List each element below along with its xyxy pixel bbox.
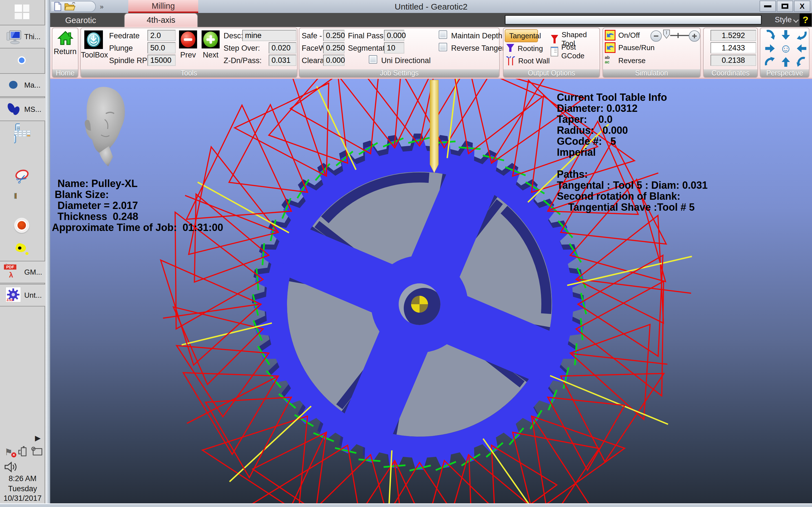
- sidebar-item-shape-app[interactable]: [0, 238, 45, 261]
- network-icon[interactable]: [33, 448, 42, 455]
- desc-input[interactable]: mine: [242, 30, 296, 41]
- maximize-icon: [781, 4, 788, 9]
- root-wall-button[interactable]: Root Wall: [506, 56, 550, 66]
- tangental-button[interactable]: Tangental: [505, 29, 538, 42]
- sidebar-item-pdf[interactable]: PDFλ GM...: [0, 261, 45, 283]
- spindle-rpm-input[interactable]: 15000: [147, 55, 175, 66]
- notepad-icon: [14, 193, 31, 210]
- tool-table-info-text: Current Tool Table Info Diameter: 0.0312…: [557, 92, 708, 213]
- group-perspective: ☺ Perspective: [760, 27, 809, 78]
- reverse-button[interactable]: abac Reverse: [605, 55, 646, 66]
- segmentation-input[interactable]: 10: [384, 42, 404, 54]
- close-button[interactable]: X: [794, 1, 810, 12]
- facewidth-input[interactable]: 0.250: [323, 42, 345, 54]
- next-button[interactable]: [202, 31, 220, 48]
- gearotic-window: » Milling Untitled - Gearotic2 X Gearoti…: [50, 0, 812, 503]
- clearance-input[interactable]: 0.000: [323, 55, 345, 66]
- maintain-depth-checkbox[interactable]: [439, 31, 447, 39]
- uni-directional-checkbox[interactable]: [369, 55, 377, 64]
- post-gcode-button[interactable]: Post GCode: [550, 43, 599, 60]
- pause-run-icon: [605, 42, 615, 53]
- window-title: Untitled - Gearotic2: [50, 2, 812, 11]
- final-pass-input[interactable]: 0.000: [384, 30, 404, 41]
- zoom-out-button[interactable]: [651, 31, 662, 42]
- tab-4th-axis[interactable]: 4th-axis: [124, 13, 198, 27]
- clock-date: 10/31/2017: [0, 494, 45, 503]
- rotate-curve-icon[interactable]: [794, 28, 809, 42]
- coordinate-x-value[interactable]: 1.5292: [711, 30, 756, 41]
- rotate-curve-icon[interactable]: [762, 55, 778, 69]
- toolbox-button[interactable]: [84, 31, 103, 49]
- style-label[interactable]: Style: [775, 15, 792, 24]
- sidebar-item-recorder[interactable]: [0, 214, 45, 238]
- coordinate-y-value[interactable]: 1.2433: [711, 42, 756, 54]
- safe-z-input[interactable]: 0.250: [323, 30, 345, 41]
- tab-gearotic[interactable]: Gearotic: [58, 14, 103, 26]
- feedrate-label: Feedrate: [109, 32, 140, 40]
- reverse-tangent-checkbox[interactable]: [439, 43, 447, 51]
- toolbox-icon: [86, 32, 102, 48]
- slider-pointer-icon[interactable]: [663, 29, 670, 39]
- reset-view-button[interactable]: ☺: [778, 42, 794, 55]
- action-center-icon[interactable]: ⚑✕: [4, 447, 15, 457]
- sidebar-item-notepad[interactable]: [0, 190, 45, 214]
- arrow-up-icon[interactable]: [778, 55, 794, 69]
- plunge-input[interactable]: 50.0: [147, 42, 175, 54]
- feedrate-input[interactable]: 2.0: [147, 30, 175, 41]
- arrow-down-icon[interactable]: [778, 28, 794, 42]
- blank-info-text: Name: Pulley-XL Blank Size: Diameter = 2…: [52, 178, 223, 233]
- rooting-label: Rooting: [518, 44, 543, 53]
- rooting-button[interactable]: Rooting: [506, 43, 543, 54]
- firefox-icon: [6, 77, 22, 93]
- root-wall-label: Root Wall: [518, 57, 550, 65]
- group-label-job-settings: Job Settings: [299, 69, 499, 77]
- coordinate-z-value[interactable]: 0.2138: [711, 55, 756, 66]
- help-button[interactable]: ?: [800, 13, 811, 26]
- group-label-simulation: Simulation: [603, 69, 700, 77]
- windows-logo-icon: [14, 4, 31, 20]
- sidebar-item-firefox[interactable]: Ma...: [0, 73, 45, 97]
- plunge-label: Plunge: [109, 44, 133, 53]
- slider-track[interactable]: [670, 35, 690, 36]
- return-button[interactable]: [57, 30, 73, 46]
- minimize-button[interactable]: [760, 1, 776, 12]
- sidebar-item-chrome[interactable]: [0, 49, 45, 73]
- ribbon-tab-strip: Gearotic 4th-axis Style ?: [50, 13, 812, 27]
- chrome-icon: [14, 53, 31, 69]
- rotate-curve-icon[interactable]: [794, 55, 809, 69]
- battery-icon[interactable]: [21, 447, 27, 456]
- sidebar-item-calculator[interactable]: 0: [0, 122, 45, 145]
- next-icon: [203, 32, 218, 47]
- reverse-label: Reverse: [618, 56, 646, 65]
- return-label: Return: [52, 47, 78, 56]
- sidebar-item-snipping-tool[interactable]: ✂: [0, 166, 45, 189]
- speaker-icon[interactable]: [4, 461, 17, 473]
- maximize-button[interactable]: [777, 1, 793, 12]
- sidebar-item-label: Unt...: [24, 291, 42, 300]
- chevron-down-icon[interactable]: [793, 17, 799, 23]
- sidebar-item-this-pc[interactable]: Thi...: [0, 25, 45, 48]
- shape-app-icon: [14, 241, 31, 258]
- pause-run-button[interactable]: Pause/Run: [605, 42, 655, 53]
- viewport-3d[interactable]: Name: Pulley-XL Blank Size: Diameter = 2…: [50, 79, 812, 503]
- arrow-left-icon[interactable]: [794, 42, 809, 55]
- group-simulation: On/Off Pause/Run abac Reverse: [603, 27, 701, 78]
- perspective-pad: ☺: [762, 28, 809, 69]
- sidebar-item-windows[interactable]: [0, 0, 45, 24]
- zoom-in-button[interactable]: [689, 31, 700, 42]
- sidebar-item-gearotic-file[interactable]: 3.xx Unt...: [0, 284, 45, 306]
- prev-button[interactable]: [179, 31, 197, 48]
- step-over-input[interactable]: 0.020: [269, 42, 296, 54]
- sidebar-item-label: MS...: [24, 105, 42, 114]
- onoff-button[interactable]: On/Off: [605, 30, 640, 41]
- z-dn-pass-input[interactable]: 0.031: [269, 55, 296, 66]
- final-pass-label: Final Pass:: [348, 32, 386, 40]
- arrow-right-icon[interactable]: [762, 42, 778, 55]
- sidebar-item-msn[interactable]: MS...: [0, 98, 45, 121]
- tray-expand-icon[interactable]: ▶: [35, 434, 41, 443]
- rotate-curve-icon[interactable]: [762, 28, 778, 42]
- snipping-tool-icon: ✂: [14, 169, 31, 186]
- ribbon: Return Home ToolBox Fee: [50, 27, 812, 79]
- desc-label: Desc:: [223, 32, 243, 40]
- z-dn-pass-label: Z-Dn/Pass:: [223, 56, 262, 65]
